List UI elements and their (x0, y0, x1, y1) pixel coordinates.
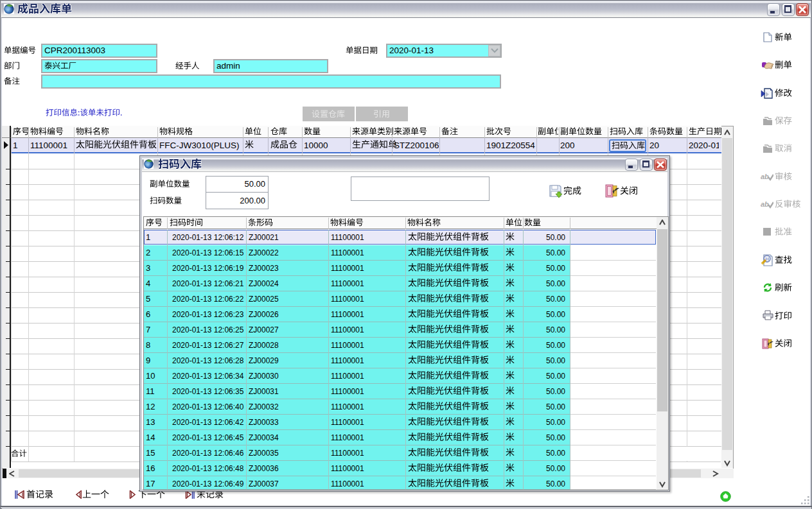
svg-text:ab: ab (761, 200, 769, 208)
svg-text:ab: ab (761, 173, 769, 180)
svg-text:H: H (765, 256, 768, 262)
